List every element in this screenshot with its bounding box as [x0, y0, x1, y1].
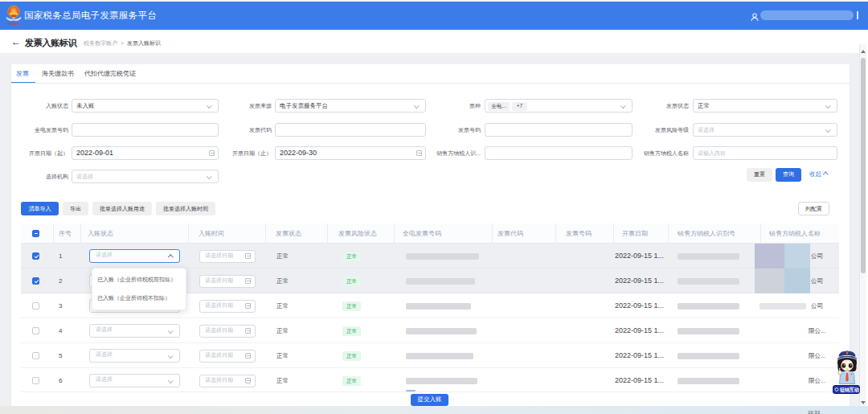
svg-text:征纳互动: 征纳互动	[839, 387, 859, 393]
svg-text:中国税务: 中国税务	[8, 22, 20, 26]
